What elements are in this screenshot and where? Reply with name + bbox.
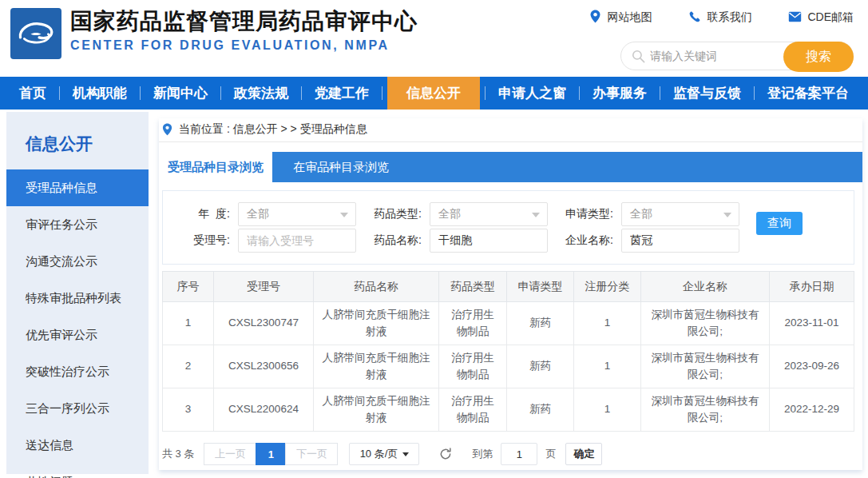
table-cell: 1 [574, 345, 641, 388]
sidebar-title: 信息公开 [6, 112, 149, 169]
quick-link-CDE邮箱[interactable]: CDE邮箱 [788, 10, 854, 25]
column-header-受理号: 受理号 [214, 272, 314, 302]
sidebar-item-送达信息[interactable]: 送达信息 [6, 427, 149, 464]
apply-type-select-value: 全部 [630, 207, 652, 221]
page-number-1[interactable]: 1 [256, 443, 286, 465]
drug-type-select-value: 全部 [438, 207, 461, 221]
table-cell: 治疗用生物制品 [439, 388, 507, 432]
nav-separator [140, 86, 141, 100]
location-pin-icon [162, 123, 172, 136]
year-select[interactable]: 全部 [238, 202, 356, 226]
nav-item-政策法规[interactable]: 政策法规 [226, 77, 296, 110]
column-header-药品名称: 药品名称 [314, 272, 439, 302]
tab-under-review-catalog[interactable]: 在审品种目录浏览 [272, 152, 410, 182]
breadcrumb: 当前位置 : 信息公开 > > 受理品种信息 [159, 120, 862, 142]
sidebar-item-特殊审批品种列表[interactable]: 特殊审批品种列表 [6, 280, 149, 317]
sidebar-items: 受理品种信息审评任务公示沟通交流公示特殊审批品种列表优先审评公示突破性治疗公示三… [6, 169, 149, 478]
table-row-1[interactable]: 1CXSL2300747人脐带间充质干细胞注射液治疗用生物制品新药1深圳市茵冠生… [163, 302, 854, 345]
search-icon [631, 49, 646, 67]
drug-type-label: 药品类型: [364, 207, 422, 221]
phone-icon [688, 10, 701, 26]
goto-label: 到第 [472, 447, 493, 461]
table-cell: 2022-12-29 [770, 388, 854, 432]
breadcrumb-text: 当前位置 : 信息公开 > > 受理品种信息 [179, 122, 367, 137]
year-filter-group: 年 度: 全部 [172, 202, 356, 226]
table-cell: 治疗用生物制品 [439, 302, 507, 345]
refresh-icon[interactable] [438, 447, 453, 461]
site-title: 国家药品监督管理局药品审评中心 [70, 6, 418, 37]
nav-item-党建工作[interactable]: 党建工作 [307, 77, 377, 110]
main-content: 当前位置 : 信息公开 > > 受理品种信息 受理品种目录浏览 在审品种目录浏览… [159, 118, 862, 470]
table-cell: 1 [574, 388, 641, 432]
sidebar: 信息公开 受理品种信息审评任务公示沟通交流公示特殊审批品种列表优先审评公示突破性… [6, 112, 149, 474]
nav-item-申请人之窗[interactable]: 申请人之窗 [490, 77, 574, 110]
nav-separator [382, 86, 382, 100]
table-row-2[interactable]: 2CXSL2300656人脐带间充质干细胞注射液治疗用生物制品新药1深圳市茵冠生… [163, 345, 854, 388]
next-page-button[interactable]: 下一页 [285, 443, 338, 465]
table-cell: 人脐带间充质干细胞注射液 [314, 345, 439, 388]
table-cell: 治疗用生物制品 [439, 345, 507, 388]
pagination: 共 3 条 上一页 1 下一页 10 条/页 到第 页 确定 [159, 443, 862, 465]
tab-accepted-catalog[interactable]: 受理品种目录浏览 [159, 152, 272, 182]
year-label: 年 度: [172, 207, 230, 221]
table-cell: 2 [163, 345, 214, 388]
drug-name-input[interactable] [430, 229, 548, 253]
search-input[interactable] [650, 43, 786, 69]
column-header-申请类型: 申请类型 [507, 272, 574, 302]
apply-type-select[interactable]: 全部 [621, 202, 739, 226]
table-cell: 2023-09-26 [770, 345, 854, 388]
filter-row-2: 受理号: 药品名称: 企业名称: [172, 229, 854, 253]
company-name-input[interactable] [621, 229, 739, 253]
acceptance-no-label: 受理号: [172, 233, 230, 248]
results-table: 序号受理号药品名称药品类型申请类型注册分类企业名称承办日期 1CXSL23007… [162, 271, 854, 432]
page-size-value: 10 条/页 [360, 447, 398, 461]
sidebar-item-共性问题[interactable]: 共性问题 [6, 464, 149, 478]
sidebar-item-优先审评公示[interactable]: 优先审评公示 [6, 317, 149, 353]
chevron-down-icon [532, 213, 540, 217]
table-cell: 深圳市茵冠生物科技有限公司; [641, 388, 770, 432]
nav-separator [485, 86, 486, 100]
table-row-3[interactable]: 3CXSL2200624人脐带间充质干细胞注射液治疗用生物制品新药1深圳市茵冠生… [163, 388, 854, 432]
sidebar-item-受理品种信息[interactable]: 受理品种信息 [6, 169, 149, 206]
search-button[interactable]: 搜索 [783, 42, 854, 72]
table-cell: 深圳市茵冠生物科技有限公司; [641, 345, 770, 388]
drug-type-select[interactable]: 全部 [430, 202, 548, 226]
site-title-block: 国家药品监督管理局药品审评中心 CENTER FOR DRUG EVALUATI… [70, 6, 418, 53]
goto-page-input[interactable] [501, 443, 537, 465]
nav-item-登记备案平台[interactable]: 登记备案平台 [759, 77, 857, 110]
chevron-down-icon [402, 452, 409, 456]
acceptance-no-filter-group: 受理号: [172, 229, 356, 253]
sidebar-item-沟通交流公示[interactable]: 沟通交流公示 [6, 243, 149, 280]
nav-item-监督与反馈[interactable]: 监督与反馈 [665, 77, 749, 110]
sidebar-item-审评任务公示[interactable]: 审评任务公示 [6, 206, 149, 243]
table-cell: 2023-11-01 [770, 302, 854, 345]
nav-item-首页[interactable]: 首页 [11, 77, 54, 110]
query-button[interactable]: 查询 [756, 212, 803, 235]
nav-item-机构职能[interactable]: 机构职能 [65, 77, 135, 110]
swan-logo-icon [15, 13, 57, 54]
acceptance-no-input[interactable] [238, 229, 356, 253]
total-count: 共 3 条 [162, 447, 194, 461]
nav-separator [220, 86, 221, 100]
nav-item-新闻中心[interactable]: 新闻中心 [145, 77, 216, 110]
quick-link-网站地图[interactable]: 网站地图 [589, 10, 652, 26]
nav-item-信息公开[interactable]: 信息公开 [387, 77, 480, 110]
quick-link-联系我们[interactable]: 联系我们 [688, 10, 751, 26]
table-cell: 深圳市茵冠生物科技有限公司; [641, 302, 770, 345]
year-select-value: 全部 [247, 207, 269, 221]
cde-logo[interactable] [10, 8, 61, 59]
nav-item-办事服务[interactable]: 办事服务 [585, 77, 655, 110]
nav-separator [59, 86, 60, 100]
page-size-select[interactable]: 10 条/页 [349, 443, 419, 465]
apply-type-filter-group: 申请类型: 全部 [556, 202, 739, 226]
sidebar-item-三合一序列公示[interactable]: 三合一序列公示 [6, 390, 149, 427]
table-cell: 人脐带间充质干细胞注射液 [314, 302, 439, 345]
sidebar-item-突破性治疗公示[interactable]: 突破性治疗公示 [6, 353, 149, 390]
drug-type-filter-group: 药品类型: 全部 [364, 202, 548, 226]
prev-page-button[interactable]: 上一页 [204, 443, 256, 465]
column-header-注册分类: 注册分类 [574, 272, 641, 302]
column-header-企业名称: 企业名称 [641, 272, 770, 302]
quick-links: 网站地图联系我们CDE邮箱 [589, 10, 854, 26]
nav-separator [301, 86, 302, 100]
confirm-button[interactable]: 确定 [565, 443, 602, 465]
